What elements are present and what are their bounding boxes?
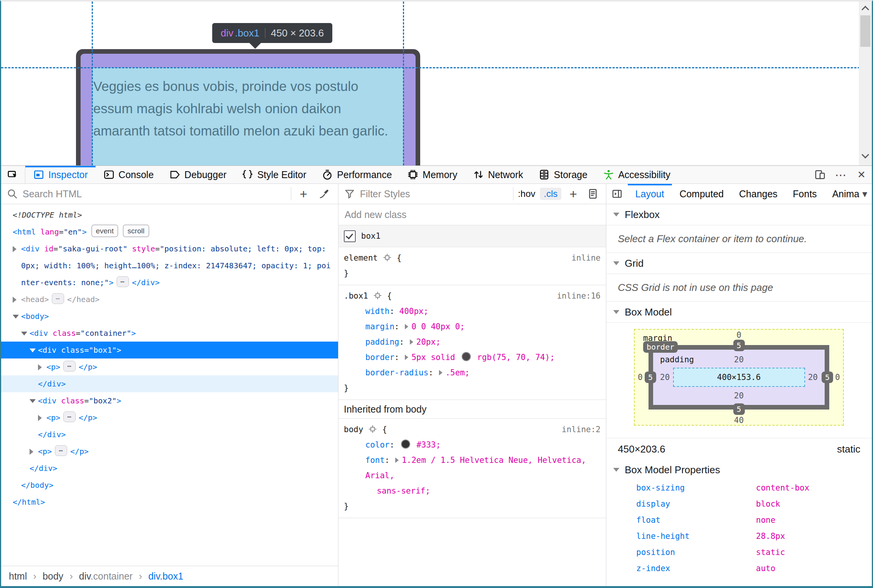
property-value[interactable]: sans-serif; (377, 486, 430, 496)
margin-top-value[interactable]: 0 (736, 330, 741, 340)
markup-tree-row[interactable]: <p>⋯</p> (1, 443, 338, 460)
property-name[interactable]: float (636, 512, 756, 528)
search-input[interactable]: Search HTML (23, 188, 286, 200)
property-name[interactable]: padding (365, 337, 399, 347)
markup-tree-row[interactable]: <div id="saka-gui-root" style="position:… (1, 240, 338, 291)
markup-tree-row[interactable]: <body> (1, 308, 338, 325)
css-declaration[interactable]: padding: 20px; (344, 334, 601, 350)
scrollbar-thumb[interactable] (860, 15, 870, 47)
expand-twisty-icon[interactable] (38, 415, 42, 421)
collapse-twisty-icon[interactable] (613, 310, 619, 314)
border-top-value[interactable]: 5 (733, 340, 744, 351)
markup-tree-row[interactable]: <head>⋯</head> (1, 291, 338, 308)
border-right-value[interactable]: 5 (822, 372, 833, 383)
rule-selector[interactable]: .box1 (344, 291, 368, 301)
tab-memory[interactable]: Memory (399, 166, 465, 183)
tab-style-editor[interactable]: Style Editor (234, 166, 314, 183)
markup-search-bar[interactable]: Search HTML + (1, 184, 338, 204)
ellipsis-badge[interactable]: ⋯ (63, 361, 76, 372)
sidebar-tab-fonts[interactable]: Fonts (785, 184, 825, 204)
sidebar-tab-changes[interactable]: Changes (731, 184, 785, 204)
border-left-value[interactable]: 5 (645, 372, 656, 383)
collapse-twisty-icon[interactable] (613, 261, 619, 265)
margin-right-value[interactable]: 0 (835, 373, 840, 382)
ellipsis-badge[interactable]: ⋯ (117, 276, 129, 287)
sidebar-tab-layout[interactable]: Layout (628, 184, 672, 204)
property-value[interactable]: #333; (412, 440, 441, 449)
expand-shorthand-icon[interactable] (405, 324, 408, 329)
breadcrumb-item-divbox1[interactable]: div.box1 (148, 571, 183, 582)
pick-element-button[interactable] (1, 166, 25, 183)
markup-tree-row[interactable]: <div class="container"> (1, 325, 338, 342)
stylesheet-source-link[interactable]: inline:2 (562, 422, 601, 437)
box-model-properties-header[interactable]: Box Model Properties (606, 460, 872, 480)
class-toggle-row[interactable]: box1 (338, 225, 606, 247)
color-swatch[interactable] (401, 439, 410, 449)
padding-left-value[interactable]: 20 (660, 373, 670, 382)
collapse-twisty-icon[interactable] (613, 468, 619, 472)
markup-tree-row[interactable]: <p>⋯</p> (1, 409, 338, 426)
property-value[interactable]: 400px; (399, 307, 429, 316)
expand-shorthand-icon[interactable] (405, 355, 408, 360)
rule-selector[interactable]: body (344, 425, 363, 434)
property-name[interactable]: display (636, 496, 756, 512)
property-value[interactable]: 20px; (416, 337, 441, 347)
highlight-selector-icon[interactable] (378, 253, 397, 263)
toggle-pseudo-classes-button[interactable]: :hov (518, 188, 535, 199)
markup-tree-row[interactable]: </div> (1, 426, 338, 443)
stylesheet-source-link[interactable]: inline (571, 250, 601, 266)
css-declaration[interactable]: border: 5px solid rgb(75, 70, 74); (344, 350, 601, 365)
box-model-section-header[interactable]: Box Model (606, 302, 872, 323)
markup-tree-row[interactable]: <html lang="en">eventscroll (1, 223, 338, 240)
sidebar-tab-computed[interactable]: Computed (672, 184, 731, 204)
close-devtools-button[interactable]: ✕ (851, 166, 872, 183)
property-name[interactable]: margin (365, 322, 394, 331)
property-value[interactable]: .5em; (446, 368, 470, 377)
property-value[interactable]: 0 0 40px 0; (411, 322, 465, 331)
collapse-twisty-icon[interactable] (30, 399, 36, 403)
event-badge[interactable]: scroll (123, 225, 149, 237)
print-simulation-button[interactable] (585, 188, 601, 200)
css-declaration[interactable]: color: #333; (344, 437, 601, 453)
stylesheet-source-link[interactable]: inline:16 (557, 288, 601, 304)
collapse-twisty-icon[interactable] (613, 213, 619, 216)
markup-tree-row[interactable]: <p>⋯</p> (1, 358, 338, 375)
border-bottom-value[interactable]: 5 (733, 403, 744, 415)
markup-tree-row[interactable]: </html> (1, 494, 338, 510)
markup-tree-row[interactable]: </body> (1, 477, 338, 494)
padding-right-value[interactable]: 20 (808, 373, 818, 382)
collapse-twisty-icon[interactable] (13, 315, 19, 319)
ellipsis-badge[interactable]: ⋯ (63, 411, 76, 422)
filter-styles-input[interactable]: Filter Styles (360, 188, 508, 200)
breadcrumb-item-body[interactable]: body (43, 571, 63, 582)
expand-shorthand-icon[interactable] (410, 339, 413, 345)
tab-storage[interactable]: Storage (531, 166, 595, 183)
eyedropper-button[interactable] (316, 188, 333, 200)
markup-tree-row[interactable]: <div class="box2"> (1, 392, 338, 409)
all-tabs-menu-button[interactable]: ▾ (859, 184, 870, 204)
tab-console[interactable]: Console (96, 166, 162, 183)
tab-performance[interactable]: Performance (314, 166, 399, 183)
tab-debugger[interactable]: Debugger (162, 166, 234, 183)
property-name[interactable]: color (365, 440, 389, 449)
scroll-down-icon[interactable] (861, 151, 869, 159)
expand-twisty-icon[interactable] (30, 449, 33, 455)
markup-tree-row[interactable]: </div> (1, 375, 338, 392)
property-name[interactable]: border-radius (365, 368, 428, 377)
collapse-twisty-icon[interactable] (30, 349, 36, 352)
class-checkbox[interactable] (344, 230, 356, 242)
scroll-up-icon[interactable] (861, 6, 869, 13)
expand-twisty-icon[interactable] (38, 364, 42, 370)
css-declaration[interactable]: border-radius: .5em; (344, 365, 601, 380)
highlight-selector-icon[interactable] (363, 425, 382, 434)
meatball-menu-button[interactable]: ⋯ (830, 166, 851, 183)
box-model-content-box[interactable]: 400×153.6 (673, 368, 805, 387)
add-new-class-input[interactable]: Add new class (338, 204, 606, 225)
ellipsis-badge[interactable]: ⋯ (52, 293, 64, 304)
toggle-classes-button[interactable]: .cls (540, 188, 561, 200)
property-name[interactable]: border (365, 353, 394, 362)
page-scrollbar[interactable] (859, 2, 872, 165)
property-name[interactable]: box-sizing (636, 480, 756, 496)
flexbox-section-header[interactable]: Flexbox (606, 204, 872, 225)
margin-left-value[interactable]: 0 (638, 373, 643, 382)
